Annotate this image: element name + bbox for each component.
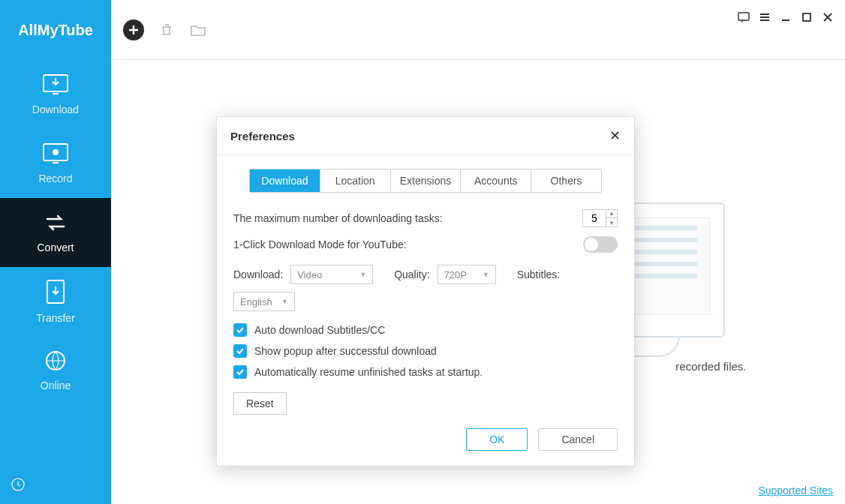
svg-rect-8 — [738, 13, 749, 20]
subtitles-select[interactable]: English▼ — [233, 292, 295, 311]
sidebar-item-transfer[interactable]: Transfer — [0, 267, 111, 336]
quality-label: Quality: — [394, 268, 429, 280]
quality-select[interactable]: 720P▼ — [438, 265, 496, 284]
folder-icon[interactable] — [189, 21, 207, 39]
feedback-icon[interactable] — [737, 10, 750, 24]
close-icon[interactable] — [821, 10, 834, 24]
stepper-down-icon[interactable]: ▼ — [606, 218, 617, 227]
tab-accounts[interactable]: Accounts — [461, 170, 531, 192]
transfer-icon — [45, 279, 66, 304]
topbar — [111, 0, 845, 60]
max-tasks-label: The maximum number of downloading tasks: — [233, 212, 443, 224]
cancel-button[interactable]: Cancel — [538, 428, 618, 451]
chevron-down-icon: ▼ — [281, 298, 288, 305]
convert-icon — [43, 212, 68, 234]
supported-sites-link[interactable]: Supported Sites — [758, 484, 833, 496]
checkbox-label: Show popup after successful download — [254, 345, 437, 357]
sidebar-item-label: Convert — [37, 242, 74, 254]
sidebar-item-record[interactable]: Record — [0, 129, 111, 198]
add-button[interactable] — [123, 20, 144, 40]
schedule-icon[interactable] — [11, 477, 26, 495]
maximize-icon[interactable] — [800, 10, 813, 24]
dialog-close-icon[interactable]: ✕ — [609, 128, 621, 144]
stepper-up-icon[interactable]: ▲ — [606, 209, 617, 218]
ok-button[interactable]: OK — [466, 428, 528, 451]
show-popup-checkbox[interactable] — [233, 344, 247, 358]
chevron-down-icon: ▼ — [483, 271, 489, 278]
chevron-down-icon: ▼ — [359, 271, 366, 278]
auto-subtitles-checkbox[interactable] — [233, 323, 247, 337]
online-icon — [44, 350, 67, 372]
dialog-title: Preferences — [230, 130, 295, 142]
svg-point-3 — [53, 149, 59, 155]
svg-rect-9 — [803, 14, 810, 21]
delete-icon[interactable] — [158, 21, 176, 39]
oneclick-toggle[interactable] — [583, 236, 618, 253]
tab-extensions[interactable]: Extensions — [391, 170, 462, 192]
sidebar-item-download[interactable]: Download — [0, 60, 111, 129]
sidebar-item-label: Download — [32, 104, 79, 116]
sidebar-item-label: Online — [41, 380, 71, 392]
sidebar-item-convert[interactable]: Convert — [0, 198, 111, 267]
svg-rect-1 — [53, 93, 59, 94]
reset-button[interactable]: Reset — [233, 392, 287, 415]
sidebar: AllMyTube Download Record Convert Transf… — [0, 0, 111, 504]
svg-rect-4 — [53, 162, 59, 164]
subtitles-label: Subtitles: — [517, 268, 561, 280]
download-mode-label: Download: — [233, 268, 283, 280]
sidebar-item-label: Record — [38, 172, 72, 184]
oneclick-label: 1-Click Download Mode for YouTube: — [233, 238, 407, 250]
auto-resume-checkbox[interactable] — [233, 365, 247, 379]
download-icon — [42, 74, 69, 96]
checkbox-label: Auto download Subtitles/CC — [254, 324, 385, 336]
checkbox-label: Automatically resume unfinished tasks at… — [254, 366, 483, 378]
max-tasks-stepper[interactable]: ▲ ▼ — [582, 209, 618, 227]
tab-location[interactable]: Location — [320, 170, 391, 192]
tab-download[interactable]: Download — [250, 170, 320, 192]
preferences-tabs: Download Location Extensions Accounts Ot… — [249, 169, 602, 193]
sidebar-item-online[interactable]: Online — [0, 336, 111, 405]
download-mode-select[interactable]: Video▼ — [290, 265, 373, 284]
menu-icon[interactable] — [758, 10, 771, 24]
record-icon — [42, 142, 69, 165]
max-tasks-input[interactable] — [583, 212, 606, 224]
minimize-icon[interactable] — [779, 10, 792, 24]
sidebar-item-label: Transfer — [36, 312, 75, 324]
window-controls — [737, 10, 834, 24]
app-title: AllMyTube — [0, 0, 111, 60]
preferences-dialog: Preferences ✕ Download Location Extensio… — [216, 116, 635, 466]
tab-others[interactable]: Others — [531, 170, 601, 192]
